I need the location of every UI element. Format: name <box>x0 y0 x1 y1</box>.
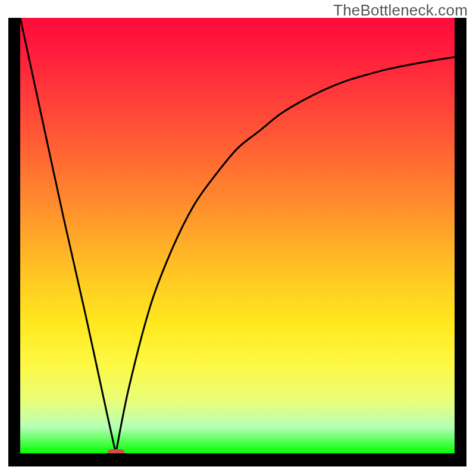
watermark-text: TheBottleneck.com <box>333 1 468 20</box>
plot-area <box>20 18 455 453</box>
bottleneck-curve <box>20 18 455 453</box>
curve-layer <box>20 18 455 453</box>
chart-frame: TheBottleneck.com <box>0 0 476 476</box>
optimal-point-marker <box>107 449 125 453</box>
plot-border <box>8 18 466 466</box>
